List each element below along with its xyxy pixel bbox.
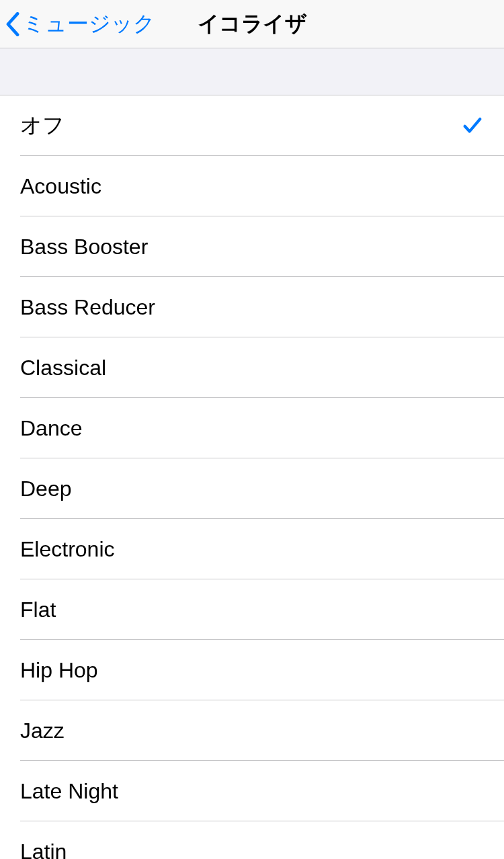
option-label: Deep [20,477,72,501]
option-label: Hip Hop [20,658,98,683]
section-spacer [0,48,504,95]
equalizer-option[interactable]: Deep [0,458,504,519]
equalizer-option[interactable]: Classical [0,337,504,398]
equalizer-option[interactable]: Bass Booster [0,216,504,277]
equalizer-option[interactable]: Latin [0,821,504,859]
option-label: Bass Reducer [20,295,155,320]
equalizer-option[interactable]: Hip Hop [0,640,504,700]
page-title: イコライザ [198,9,307,39]
equalizer-option[interactable]: オフ [0,95,504,156]
equalizer-option[interactable]: Acoustic [0,156,504,216]
back-button[interactable]: ミュージック [0,9,155,39]
option-label: Acoustic [20,174,101,199]
equalizer-option[interactable]: Bass Reducer [0,277,504,337]
equalizer-option[interactable]: Dance [0,398,504,458]
option-label: Flat [20,598,56,622]
equalizer-option[interactable]: Late Night [0,761,504,821]
nav-bar: ミュージック イコライザ [0,0,504,48]
option-label: Late Night [20,779,118,804]
option-label: Classical [20,356,106,380]
option-label: Bass Booster [20,235,148,259]
equalizer-option[interactable]: Electronic [0,519,504,579]
option-label: Latin [20,840,67,860]
checkmark-icon [461,114,484,137]
option-label: オフ [20,111,65,140]
option-label: Electronic [20,537,115,562]
equalizer-option[interactable]: Jazz [0,700,504,761]
chevron-left-icon [5,12,20,36]
equalizer-option[interactable]: Flat [0,579,504,640]
option-label: Dance [20,416,83,441]
back-label: ミュージック [23,9,155,39]
option-label: Jazz [20,719,65,743]
equalizer-list: オフAcousticBass BoosterBass ReducerClassi… [0,95,504,859]
